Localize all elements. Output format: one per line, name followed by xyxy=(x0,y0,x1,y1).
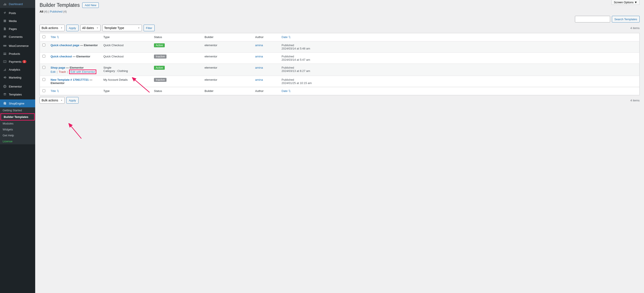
svg-text:$: $ xyxy=(4,61,5,63)
col-author: Author xyxy=(252,33,279,41)
author-link[interactable]: amina xyxy=(255,44,263,47)
apply-button-top[interactable]: Apply xyxy=(66,25,78,31)
submenu-item-modules[interactable]: Modules xyxy=(0,120,35,126)
row-checkbox[interactable] xyxy=(42,66,45,69)
row-checkbox[interactable] xyxy=(42,44,45,46)
bulk-actions-select[interactable]: Bulk actions xyxy=(40,25,65,31)
sidebar-item-media[interactable]: Media xyxy=(0,17,35,25)
row-type: SingleCategory : Clothing xyxy=(101,64,151,76)
all-dates-select[interactable]: All dates xyxy=(80,25,100,31)
submenu-item-widgets[interactable]: Widgets xyxy=(0,126,35,132)
sidebar-item-dashboard[interactable]: Dashboard xyxy=(0,0,35,8)
svg-rect-0 xyxy=(3,45,6,46)
bulk-actions-select-bottom[interactable]: Bulk actions xyxy=(40,97,65,104)
sidebar-item-analytics[interactable]: Analytics xyxy=(0,66,35,74)
sidebar-item-templates[interactable]: Templates xyxy=(0,90,35,98)
templates-icon xyxy=(3,92,7,96)
sidebar-item-payments[interactable]: $Payments1 xyxy=(0,58,35,66)
filter-published[interactable]: Published xyxy=(50,10,62,13)
add-new-button[interactable]: Add New xyxy=(82,2,99,8)
comment-icon xyxy=(3,34,7,39)
col-type: Type xyxy=(101,33,151,41)
sidebar-item-elementor[interactable]: Elementor xyxy=(0,82,35,90)
screen-options-label: Screen Options xyxy=(614,1,634,4)
filter-all[interactable]: All xyxy=(40,10,43,13)
sidebar-item-label: Media xyxy=(9,19,16,23)
col-title-sort-foot[interactable]: Title⇅ xyxy=(50,89,59,92)
status-badge: Inactive xyxy=(154,54,166,58)
row-date: Published2024/03/13 at 6:27 am xyxy=(279,64,640,76)
sidebar-item-label: ShopEngine xyxy=(9,102,24,105)
sidebar-item-posts[interactable]: Posts xyxy=(0,9,35,17)
template-type-select[interactable]: Template Type xyxy=(102,25,142,31)
author-link[interactable]: amina xyxy=(255,66,263,69)
sidebar-item-label: Payments xyxy=(9,60,22,63)
author-link[interactable]: amina xyxy=(255,55,263,58)
sidebar-item-shopengine[interactable]: ShopEngine xyxy=(0,100,35,107)
templates-table: Title⇅ Type Status Builder Author Date⇅ … xyxy=(40,33,640,95)
row-action-edit[interactable]: Edit xyxy=(50,70,56,74)
submenu-item-license[interactable]: License xyxy=(0,138,35,144)
search-templates-button[interactable]: Search Templates xyxy=(612,16,640,22)
sidebar-item-marketing[interactable]: Marketing xyxy=(0,74,35,82)
svg-rect-6 xyxy=(5,86,6,87)
sidebar-item-label: Comments xyxy=(9,35,23,38)
row-title-suffix: — Elementor xyxy=(72,55,90,58)
row-title-suffix: — Elementor xyxy=(80,44,98,47)
apply-button-bottom[interactable]: Apply xyxy=(66,97,78,104)
products-icon xyxy=(3,52,7,56)
sidebar-item-label: Marketing xyxy=(9,76,21,79)
sidebar-item-woocommerce[interactable]: WooCommerce xyxy=(0,42,35,50)
row-builder: elementor xyxy=(202,52,252,64)
table-row: New Template # 1706177721 — ElementorMy … xyxy=(40,76,640,87)
filter-links: All (4) | Published (4) xyxy=(40,10,640,13)
row-title-link[interactable]: Quick checkout xyxy=(50,55,72,58)
submenu-item-getting-started[interactable]: Getting Started xyxy=(0,107,35,113)
sidebar-item-label: WooCommerce xyxy=(9,44,28,48)
row-action-edit-with-elementor[interactable]: Edit with Elementor xyxy=(69,70,96,74)
main-content: Screen Options ▼ Builder Templates Add N… xyxy=(35,0,644,293)
screen-options-button[interactable]: Screen Options ▼ xyxy=(612,0,640,5)
sidebar-submenu: Getting StartedBuilder TemplatesModulesW… xyxy=(0,107,35,144)
col-date-sort-foot[interactable]: Date⇅ xyxy=(282,89,291,92)
sidebar-item-products[interactable]: Products xyxy=(0,50,35,58)
row-title-link[interactable]: Quick checkout page xyxy=(50,44,80,47)
row-action-trash[interactable]: Trash xyxy=(59,70,66,74)
svg-rect-4 xyxy=(4,86,4,87)
status-badge: Inactive xyxy=(154,78,166,82)
row-type: My Account Details xyxy=(101,76,151,87)
sidebar-item-label: Products xyxy=(9,52,20,56)
sidebar-item-comments[interactable]: Comments xyxy=(0,33,35,41)
sidebar-item-pages[interactable]: Pages xyxy=(0,25,35,33)
sidebar-badge: 1 xyxy=(22,60,26,63)
sidebar-item-label: Elementor xyxy=(9,85,22,88)
row-builder: elementor xyxy=(202,76,252,87)
select-all-bottom[interactable] xyxy=(42,89,45,92)
svg-line-10 xyxy=(70,126,82,138)
submenu-item-builder-templates[interactable]: Builder Templates xyxy=(0,113,35,120)
submenu-item-get-help[interactable]: Get Help xyxy=(0,132,35,138)
row-type: Quick Checkout xyxy=(101,52,151,64)
table-row: Quick checkout — ElementorQuick Checkout… xyxy=(40,52,640,64)
row-type: Quick Checkout xyxy=(101,41,151,52)
elementor-icon xyxy=(3,84,7,89)
author-link[interactable]: amina xyxy=(255,78,263,82)
items-count-bottom: 4 items xyxy=(630,99,640,102)
select-all-top[interactable] xyxy=(42,36,45,38)
col-builder: Builder xyxy=(202,33,252,41)
table-row: Quick checkout page — ElementorQuick Che… xyxy=(40,41,640,52)
row-title-link[interactable]: New Template # 1706177721 xyxy=(50,78,89,82)
filter-button[interactable]: Filter xyxy=(144,25,155,31)
col-status: Status xyxy=(151,33,202,41)
admin-sidebar: DashboardPostsMediaPagesCommentsWooComme… xyxy=(0,0,35,293)
row-date: Published2024/01/25 at 10:15 am xyxy=(279,76,640,87)
row-checkbox[interactable] xyxy=(42,55,45,58)
row-title-link[interactable]: Shop page xyxy=(50,66,65,69)
search-input[interactable] xyxy=(575,16,610,22)
col-title-sort[interactable]: Title⇅ xyxy=(50,36,59,39)
col-date-sort[interactable]: Date⇅ xyxy=(282,36,291,39)
sidebar-item-label: Pages xyxy=(9,27,17,30)
page-title: Builder Templates xyxy=(40,2,80,8)
row-checkbox[interactable] xyxy=(42,78,45,81)
row-actions: Edit | Trash | Edit with Elementor xyxy=(50,70,98,74)
